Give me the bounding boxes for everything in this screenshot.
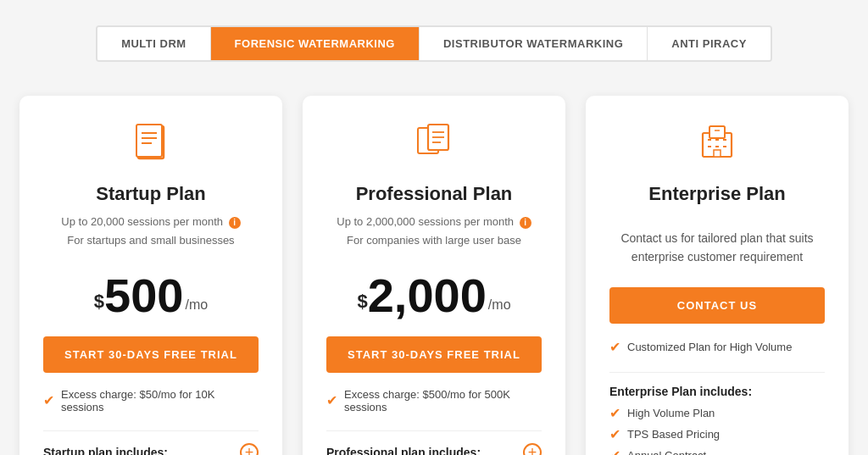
professional-icon: [413, 121, 455, 169]
professional-info-icon[interactable]: i: [520, 217, 531, 229]
enterprise-divider: [609, 372, 825, 373]
startup-plan-desc: Up to 20,000 sessions per month i: [61, 214, 240, 230]
enterprise-plan-desc: Contact us for tailored plan that suits …: [609, 229, 825, 267]
professional-cta-button[interactable]: START 30-DAYS FREE TRIAL: [326, 336, 542, 373]
svg-rect-14: [709, 126, 725, 138]
tab-forensic-watermarking[interactable]: FORENSIC WATERMARKING: [211, 27, 420, 60]
startup-price-dollar: $: [94, 291, 104, 313]
professional-price-amount: 2,000: [368, 272, 487, 319]
professional-includes-row: Professional plan includes: +: [326, 443, 542, 456]
professional-plan-desc: Up to 2,000,000 sessions per month i: [337, 214, 531, 230]
startup-excess-charge: ✔ Excess charge: $50/mo for 10K sessions: [43, 388, 259, 413]
enterprise-feature-customized: ✔ Customized Plan for High Volume: [609, 339, 825, 355]
professional-excess-charge: ✔ Excess charge: $500/mo for 500K sessio…: [326, 388, 542, 413]
professional-plan-subdesc: For companies with large user base: [347, 234, 521, 247]
tab-navigation: MULTI DRM FORENSIC WATERMARKING DISTRIBU…: [96, 25, 772, 62]
professional-price-per: /mo: [488, 297, 511, 313]
professional-expand-button[interactable]: +: [523, 443, 542, 456]
enterprise-check-icon-1: ✔: [609, 339, 620, 355]
startup-divider: [43, 430, 259, 431]
enterprise-plan-card: Enterprise Plan Contact us for tailored …: [586, 96, 849, 455]
enterprise-plan-name: Enterprise Plan: [648, 183, 785, 205]
professional-price-dollar: $: [357, 291, 367, 313]
startup-includes-label: Startup plan includes:: [43, 446, 168, 456]
professional-plan-name: Professional Plan: [356, 183, 513, 205]
professional-check-icon: ✔: [326, 392, 337, 408]
professional-divider: [326, 430, 542, 431]
tab-anti-piracy[interactable]: ANTI PIRACY: [648, 27, 771, 60]
startup-expand-button[interactable]: +: [240, 443, 259, 456]
enterprise-check-icon-2: ✔: [609, 405, 620, 421]
enterprise-cta-button[interactable]: CONTACT US: [609, 287, 825, 324]
tab-multi-drm[interactable]: MULTI DRM: [97, 27, 210, 60]
svg-rect-21: [714, 150, 721, 157]
startup-cta-button[interactable]: START 30-DAYS FREE TRIAL: [43, 336, 259, 373]
startup-plan-name: Startup Plan: [96, 183, 206, 205]
startup-plan-subdesc: For startups and small businesses: [67, 234, 234, 247]
startup-check-icon: ✔: [43, 392, 54, 408]
enterprise-includes-label: Enterprise Plan includes:: [609, 385, 752, 398]
startup-info-icon[interactable]: i: [229, 217, 241, 229]
startup-icon: [130, 121, 172, 169]
startup-price: $ 500 /mo: [94, 272, 208, 319]
enterprise-feature-tps: ✔ TPS Based Pricing: [609, 426, 825, 442]
professional-includes-label: Professional plan includes:: [326, 446, 481, 456]
enterprise-icon: [696, 121, 738, 169]
enterprise-includes-row: Enterprise Plan includes:: [609, 385, 825, 398]
tab-distributor-watermarking[interactable]: DISTRIBUTOR WATERMARKING: [420, 27, 648, 60]
startup-price-amount: 500: [104, 272, 183, 319]
professional-plan-card: Professional Plan Up to 2,000,000 sessio…: [303, 96, 565, 455]
enterprise-check-icon-4: ✔: [609, 447, 620, 455]
enterprise-check-icon-3: ✔: [609, 426, 620, 442]
enterprise-feature-annual: ✔ Annual Contract: [609, 447, 825, 455]
plans-container: Startup Plan Up to 20,000 sessions per m…: [17, 96, 851, 455]
enterprise-feature-high-volume: ✔ High Volume Plan: [609, 405, 825, 421]
startup-includes-row: Startup plan includes: +: [43, 443, 259, 456]
svg-rect-4: [136, 125, 162, 157]
startup-price-per: /mo: [186, 297, 209, 313]
professional-price: $ 2,000 /mo: [357, 272, 510, 319]
startup-plan-card: Startup Plan Up to 20,000 sessions per m…: [19, 96, 282, 455]
